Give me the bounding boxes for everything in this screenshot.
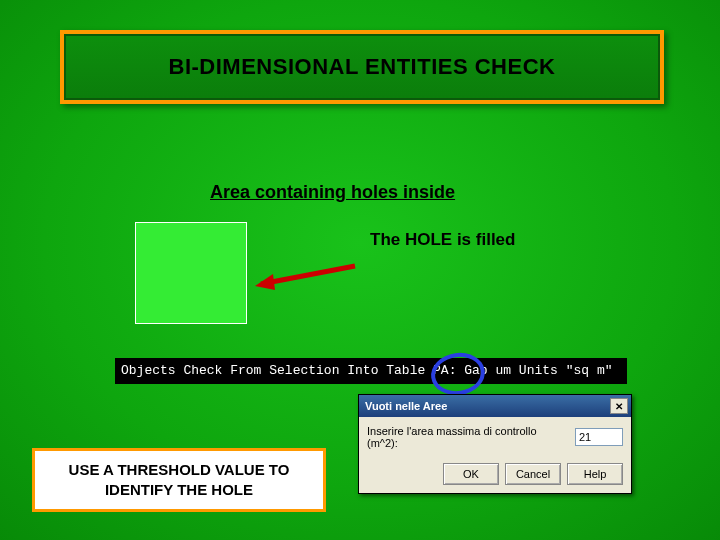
threshold-dialog: Vuoti nelle Aree ✕ Inserire l'area massi… <box>358 394 632 494</box>
slide-title-box: BI-DIMENSIONAL ENTITIES CHECK <box>60 30 664 104</box>
svg-line-0 <box>261 266 355 284</box>
subtitle: Area containing holes inside <box>210 182 455 203</box>
svg-marker-1 <box>255 274 275 290</box>
close-icon[interactable]: ✕ <box>610 398 628 414</box>
hole-filled-label: The HOLE is filled <box>370 230 515 250</box>
cancel-button[interactable]: Cancel <box>505 463 561 485</box>
console-output: Objects Check From Selection Into Table … <box>115 358 627 384</box>
threshold-input[interactable] <box>575 428 623 446</box>
threshold-caption-box: USE A THRESHOLD VALUE TO IDENTIFY THE HO… <box>32 448 326 512</box>
dialog-titlebar: Vuoti nelle Aree ✕ <box>359 395 631 417</box>
ok-button[interactable]: OK <box>443 463 499 485</box>
dialog-title: Vuoti nelle Aree <box>365 400 447 412</box>
arrow-icon <box>255 260 365 300</box>
green-area-square <box>135 222 247 324</box>
slide-title: BI-DIMENSIONAL ENTITIES CHECK <box>169 54 556 80</box>
help-button[interactable]: Help <box>567 463 623 485</box>
dialog-prompt: Inserire l'area massima di controllo (m^… <box>367 425 569 449</box>
threshold-caption: USE A THRESHOLD VALUE TO IDENTIFY THE HO… <box>35 460 323 501</box>
